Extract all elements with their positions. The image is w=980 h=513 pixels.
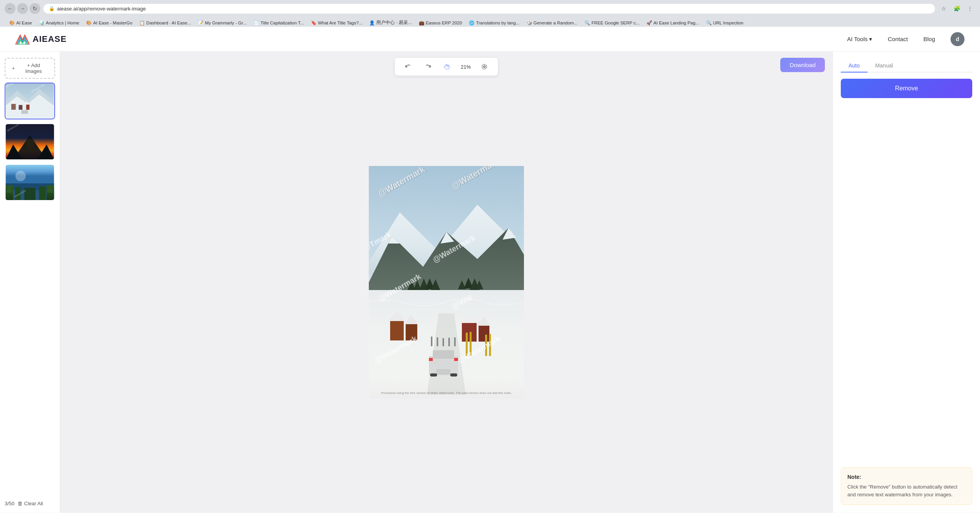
- main-scene-svg: @Watermark @Watermark @Tmark @Watermark …: [369, 166, 524, 399]
- svg-point-33: [484, 66, 486, 68]
- bookmark-url-inspection[interactable]: 🔍 URL Inspection: [703, 19, 747, 27]
- target-button[interactable]: [479, 61, 490, 73]
- thumbnail-2-image: @Watermark: [5, 124, 54, 159]
- ai-tools-link[interactable]: AI Tools ▾: [847, 36, 872, 43]
- analytics-icon: 📊: [39, 20, 44, 26]
- bookmark-translations-label: Translations by lang...: [476, 21, 519, 25]
- url-text: aiease.ai/app/remove-watermark-image: [57, 6, 146, 12]
- zoom-level: 21%: [461, 64, 471, 70]
- svg-rect-6: [11, 104, 16, 110]
- svg-rect-73: [429, 358, 433, 361]
- thumbnail-2[interactable]: @Watermark: [5, 123, 55, 160]
- hand-tool-button[interactable]: [441, 61, 453, 73]
- bookmark-random-label: Generate a Random...: [534, 21, 578, 25]
- thumbnail-1[interactable]: @Watermark @Watermark: [5, 83, 55, 119]
- app-container: AIEASE AI Tools ▾ Contact Blog d ＋ + Add…: [0, 27, 980, 513]
- remove-button[interactable]: Remove: [841, 79, 972, 98]
- contact-link[interactable]: Contact: [888, 36, 908, 42]
- bookmark-mastergo[interactable]: 🎨 AI Ease - MasterGo: [83, 19, 135, 27]
- clear-all-button[interactable]: 🗑 Clear All: [17, 501, 43, 506]
- bookmark-user-center[interactable]: 👤 用户中心 · 易采...: [366, 19, 415, 27]
- bookmark-title-cap-label: Title Capitalization T...: [261, 21, 304, 25]
- bookmark-easeus-label: Easeus ERP 2020: [426, 21, 462, 25]
- bookmark-translations[interactable]: 🌐 Translations by lang...: [466, 19, 522, 27]
- counter-text: 3/50: [5, 501, 14, 506]
- thumbnail-3-image: @Watermark: [5, 165, 54, 200]
- add-images-button[interactable]: ＋ + Add Images: [5, 58, 55, 79]
- bookmark-title-cap[interactable]: 📄 Title Capitalization T...: [251, 19, 307, 27]
- svg-point-31: [16, 171, 26, 181]
- bookmark-random[interactable]: 🎲 Generate a Random...: [524, 19, 581, 27]
- random-icon: 🎲: [527, 20, 532, 26]
- main-image: @Watermark @Watermark @Tmark @Watermark …: [369, 166, 524, 399]
- bookmark-ai-ease-label: AI Ease: [16, 21, 32, 25]
- nav-buttons: ← → ↻: [5, 3, 40, 14]
- user-center-icon: 👤: [369, 20, 375, 26]
- svg-rect-56: [462, 323, 477, 342]
- thumbnail-3[interactable]: @Watermark: [5, 164, 55, 201]
- note-text: Click the "Remove" button to automatical…: [847, 483, 966, 498]
- bookmark-dashboard-label: Dashboard · AI Ease...: [146, 21, 191, 25]
- bookmark-easeus[interactable]: 💼 Easeus ERP 2020: [416, 19, 465, 27]
- bookmark-title-tags-label: What Are Title Tags?...: [318, 21, 363, 25]
- logo-text: AIEASE: [33, 34, 67, 44]
- back-button[interactable]: ←: [5, 3, 16, 14]
- image-counter: 3/50 🗑 Clear All: [5, 497, 55, 506]
- trash-icon: 🗑: [17, 501, 22, 506]
- note-box: Note: Click the "Remove" button to autom…: [841, 467, 972, 505]
- svg-rect-10: [26, 105, 29, 110]
- bookmark-analytics-home[interactable]: 📊 Analytics | Home: [36, 19, 82, 27]
- download-button[interactable]: Download: [780, 58, 825, 72]
- bookmark-ai-ease[interactable]: 🎨 AI Ease: [6, 19, 35, 27]
- menu-button[interactable]: ⋮: [964, 3, 975, 14]
- undo-button[interactable]: [403, 61, 414, 73]
- avatar[interactable]: d: [951, 32, 964, 46]
- top-nav: AIEASE AI Tools ▾ Contact Blog d: [0, 27, 980, 52]
- svg-rect-21: [6, 165, 54, 185]
- dashboard-icon: 📋: [139, 20, 145, 26]
- nav-links: AI Tools ▾ Contact Blog d: [847, 32, 964, 46]
- redo-button[interactable]: [422, 61, 434, 73]
- blog-link[interactable]: Blog: [923, 36, 935, 42]
- plus-icon: ＋: [11, 65, 16, 72]
- svg-point-34: [482, 64, 487, 69]
- main-image-container: @Watermark @Watermark @Tmark @Watermark …: [369, 166, 524, 399]
- grammarly-icon: 📝: [198, 20, 203, 26]
- browser-chrome: ← → ↻ 🔒 aiease.ai/app/remove-watermark-i…: [0, 0, 980, 27]
- extensions-button[interactable]: 🧩: [951, 3, 962, 14]
- chevron-down-icon: ▾: [869, 36, 872, 43]
- url-inspection-icon: 🔍: [706, 20, 712, 26]
- translations-icon: 🌐: [469, 20, 474, 26]
- canvas-area: 21% Download: [60, 52, 833, 513]
- logo-icon: [16, 34, 29, 45]
- forward-button[interactable]: →: [17, 3, 28, 14]
- main-content: ＋ + Add Images: [0, 52, 980, 513]
- add-images-label: + Add Images: [18, 62, 49, 74]
- title-cap-icon: 📄: [254, 20, 259, 26]
- bookmark-landing-label: AI Ease Landing Pag...: [653, 21, 699, 25]
- browser-actions: ☆ 🧩 ⋮: [938, 3, 975, 14]
- ai-ease-icon: 🎨: [9, 20, 15, 26]
- landing-icon: 🚀: [646, 20, 652, 26]
- bookmark-dashboard[interactable]: 📋 Dashboard · AI Ease...: [136, 19, 194, 27]
- svg-rect-63: [448, 338, 450, 346]
- svg-rect-72: [450, 373, 457, 377]
- serp-icon: 🔍: [584, 20, 590, 26]
- bookmark-title-tags[interactable]: 🔖 What Are Title Tags?...: [308, 19, 366, 27]
- tab-auto[interactable]: Auto: [841, 59, 868, 73]
- svg-rect-64: [454, 337, 456, 346]
- bookmark-url-inspection-label: URL Inspection: [713, 21, 743, 25]
- bookmark-grammarly[interactable]: 📝 My Grammarly - Gr...: [195, 19, 249, 27]
- bookmark-grammarly-label: My Grammarly - Gr...: [205, 21, 246, 25]
- refresh-button[interactable]: ↻: [29, 3, 40, 14]
- address-bar[interactable]: 🔒 aiease.ai/app/remove-watermark-image: [43, 4, 935, 14]
- tab-manual[interactable]: Manual: [868, 59, 901, 73]
- bookmark-serp[interactable]: 🔍 FREE Google SERP c...: [581, 19, 643, 27]
- mastergo-icon: 🎨: [86, 20, 92, 26]
- bookmark-landing[interactable]: 🚀 AI Ease Landing Pag...: [643, 19, 702, 27]
- note-title: Note:: [847, 474, 966, 480]
- svg-rect-70: [433, 350, 454, 359]
- bookmark-star-button[interactable]: ☆: [938, 3, 949, 14]
- right-panel: Auto Manual Remove Note: Click the "Remo…: [833, 52, 980, 513]
- bookmark-serp-label: FREE Google SERP c...: [591, 21, 640, 25]
